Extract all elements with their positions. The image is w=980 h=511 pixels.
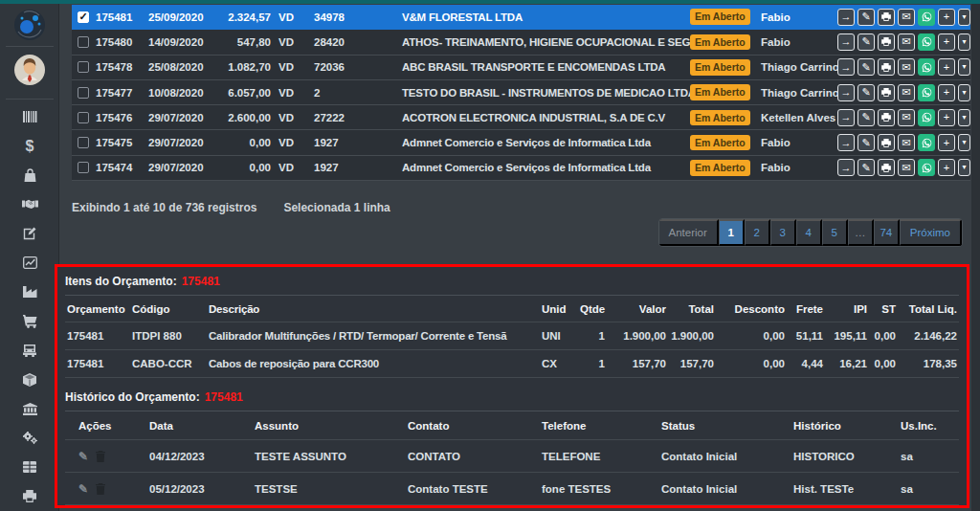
sidebar-item-sales[interactable] [0, 161, 59, 190]
order-row[interactable]: ✓ 175481 25/09/2020 2.324,57 VD 34978 V&… [72, 5, 970, 30]
add-button[interactable]: + [938, 9, 955, 26]
edit-button[interactable]: ✎ [858, 9, 875, 26]
email-button[interactable]: ✉ [898, 9, 915, 26]
print-button[interactable] [878, 134, 895, 151]
records-count-text: Exibindo 1 até 10 de 736 registros [72, 201, 256, 214]
add-button[interactable]: + [938, 58, 955, 76]
print-button[interactable] [878, 159, 895, 176]
sidebar-item-tables[interactable] [0, 453, 59, 482]
sidebar-item-print[interactable] [0, 482, 59, 511]
order-row[interactable]: ✓ 175477 10/08/2020 6.057,00 VD 2 TESTO … [72, 80, 970, 105]
forward-button[interactable]: → [837, 84, 855, 101]
order-row[interactable]: ✓ 175475 29/07/2020 0,00 VD 1927 Admnet … [72, 130, 970, 155]
pagination-previous-button[interactable]: Anterior [659, 219, 719, 246]
edit-history-icon[interactable]: ✎ [78, 482, 88, 496]
sidebar-item-bank[interactable] [0, 394, 59, 424]
item-row[interactable]: 175481 CABO-CCR Cabos de reposição para … [65, 350, 959, 378]
more-actions-dropdown[interactable]: ▾ [958, 84, 970, 101]
more-actions-dropdown[interactable]: ▾ [958, 109, 970, 126]
whatsapp-button[interactable] [918, 159, 935, 176]
forward-button[interactable]: → [837, 109, 855, 126]
more-actions-dropdown[interactable]: ▾ [958, 159, 970, 176]
plus-icon: + [944, 163, 949, 173]
row-actions: → ✎ ✉ + ▾ [837, 159, 970, 176]
pagination-page-button[interactable]: 2 [745, 219, 770, 246]
sidebar-item-products[interactable] [0, 366, 59, 395]
row-checkbox[interactable]: ✓ [78, 137, 89, 148]
email-button[interactable]: ✉ [898, 84, 915, 101]
whatsapp-button[interactable] [918, 134, 935, 151]
email-button[interactable]: ✉ [898, 33, 915, 51]
print-button[interactable] [878, 33, 895, 51]
sidebar-item-reports[interactable] [0, 249, 59, 278]
edit-history-icon[interactable]: ✎ [78, 450, 88, 463]
pagination-page-button[interactable]: 3 [770, 219, 796, 246]
more-actions-dropdown[interactable]: ▾ [958, 58, 970, 76]
edit-button[interactable]: ✎ [858, 134, 875, 151]
edit-button[interactable]: ✎ [858, 84, 875, 101]
pagination-next-button[interactable]: Próximo [900, 219, 962, 246]
order-row[interactable]: ✓ 175480 14/09/2020 547,80 VD 28420 ATHO… [72, 30, 970, 55]
row-checkbox[interactable]: ✓ [78, 112, 89, 123]
sidebar-item-deals[interactable] [0, 190, 59, 220]
row-checkbox[interactable]: ✓ [78, 87, 89, 99]
add-button[interactable]: + [938, 159, 955, 176]
sidebar-item-orders-edit[interactable] [0, 219, 59, 249]
email-button[interactable]: ✉ [898, 109, 915, 126]
order-row[interactable]: ✓ 175476 29/07/2020 2.600,00 VD 27222 AC… [72, 105, 970, 130]
more-actions-dropdown[interactable]: ▾ [958, 134, 970, 151]
sidebar-item-production[interactable] [0, 278, 59, 307]
history-row[interactable]: ✎ 04/12/2023 TESTE ASSUNTO CONTATO TELEF… [65, 440, 959, 473]
pagination-page-button[interactable]: 1 [719, 219, 745, 246]
edit-button[interactable]: ✎ [858, 33, 875, 51]
pagination-page-button[interactable]: 4 [796, 219, 822, 246]
forward-button[interactable]: → [837, 134, 855, 151]
whatsapp-button[interactable] [918, 109, 935, 126]
row-checkbox[interactable]: ✓ [78, 61, 89, 73]
delete-history-icon[interactable] [96, 451, 105, 462]
add-button[interactable]: + [938, 134, 955, 151]
forward-button[interactable]: → [837, 9, 855, 26]
row-checkbox[interactable]: ✓ [78, 36, 89, 48]
more-actions-dropdown[interactable]: ▾ [958, 33, 970, 51]
sidebar-item-shipping[interactable] [0, 336, 59, 366]
whatsapp-button[interactable] [918, 33, 935, 51]
row-checkbox[interactable]: ✓ [78, 11, 89, 23]
order-row[interactable]: ✓ 175474 29/07/2020 0,00 VD 1927 Admnet … [72, 156, 970, 181]
delete-history-icon[interactable] [96, 483, 105, 495]
item-row[interactable]: 175481 ITDPI 880 Calibrador Multifunções… [65, 322, 959, 350]
print-button[interactable] [878, 58, 895, 76]
pagination-page-button[interactable]: 74 [874, 219, 900, 246]
edit-button[interactable]: ✎ [858, 109, 875, 126]
user-avatar[interactable] [14, 55, 45, 87]
sidebar-item-settings[interactable] [0, 424, 59, 454]
more-actions-dropdown[interactable]: ▾ [958, 9, 970, 26]
pagination-page-button[interactable]: 5 [822, 219, 848, 246]
order-row[interactable]: ✓ 175478 25/08/2020 1.082,70 VD 72036 AB… [72, 56, 970, 80]
row-checkbox[interactable]: ✓ [78, 162, 89, 173]
whatsapp-button[interactable] [918, 84, 935, 101]
forward-button[interactable]: → [837, 58, 855, 76]
email-button[interactable]: ✉ [898, 58, 915, 76]
email-button[interactable]: ✉ [898, 159, 915, 176]
add-button[interactable]: + [938, 33, 955, 51]
whatsapp-button[interactable] [918, 58, 935, 76]
edit-button[interactable]: ✎ [858, 58, 875, 76]
whatsapp-button[interactable] [918, 9, 935, 26]
app-logo[interactable] [12, 8, 47, 44]
history-row-actions: ✎ [65, 450, 147, 463]
add-button[interactable]: + [938, 84, 955, 101]
edit-button[interactable]: ✎ [858, 159, 875, 176]
print-button[interactable] [878, 84, 895, 101]
sidebar-item-barcode[interactable] [0, 102, 59, 132]
history-row[interactable]: ✎ 05/12/2023 TESTSE Contato TESTE fone T… [65, 473, 959, 505]
sidebar-item-purchases[interactable] [0, 307, 59, 337]
forward-button[interactable]: → [837, 159, 855, 176]
email-button[interactable]: ✉ [898, 134, 915, 151]
print-button[interactable] [878, 109, 895, 126]
add-button[interactable]: + [938, 109, 955, 126]
sidebar-item-finance[interactable]: $ [0, 132, 59, 162]
print-button[interactable] [878, 9, 895, 26]
forward-button[interactable]: → [837, 33, 855, 51]
pagination-page-button[interactable]: … [848, 219, 874, 246]
